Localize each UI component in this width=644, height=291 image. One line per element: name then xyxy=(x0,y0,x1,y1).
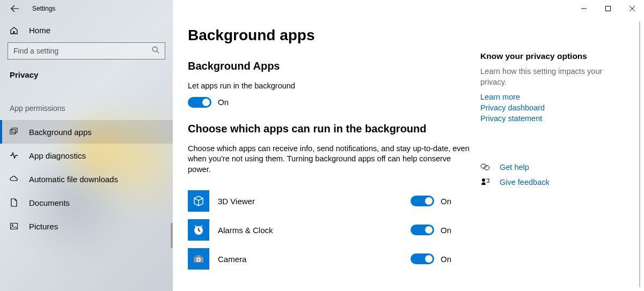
home-button[interactable]: Home xyxy=(0,21,173,39)
window-title: Settings xyxy=(32,5,55,12)
help-icon xyxy=(480,162,492,172)
right-heading: Know your privacy options xyxy=(480,51,614,61)
nav-item-documents[interactable]: Documents xyxy=(0,191,173,214)
svg-point-12 xyxy=(484,166,489,170)
maximize-button[interactable] xyxy=(596,1,620,17)
category-label: Privacy xyxy=(0,66,173,89)
right-desc: Learn how this setting impacts your priv… xyxy=(480,66,614,87)
maximize-icon xyxy=(605,6,611,11)
app-toggle-3d-viewer[interactable] xyxy=(411,196,434,206)
app-toggle-state: On xyxy=(441,255,451,264)
nav-label: Pictures xyxy=(29,222,58,231)
app-toggle-camera[interactable] xyxy=(411,253,434,264)
app-name: 3D Viewer xyxy=(218,197,411,206)
nav-item-auto-downloads[interactable]: Automatic file downloads xyxy=(0,167,173,191)
master-toggle[interactable] xyxy=(188,97,211,108)
page-title: Background apps xyxy=(188,27,470,44)
search-icon xyxy=(152,46,159,56)
svg-point-13 xyxy=(482,178,485,182)
sidebar: Home Privacy App permissions Background … xyxy=(0,0,173,291)
app-name: Camera xyxy=(218,255,411,264)
nav-label: Automatic file downloads xyxy=(29,175,118,184)
clock-icon xyxy=(192,223,205,236)
link-learn-more[interactable]: Learn more xyxy=(480,93,614,101)
app-icon-camera xyxy=(188,248,209,270)
cloud-icon xyxy=(10,175,19,183)
link-get-help[interactable]: Get help xyxy=(500,163,529,171)
svg-rect-8 xyxy=(196,255,201,257)
app-icon-3d-viewer xyxy=(188,190,209,212)
svg-point-11 xyxy=(481,164,486,168)
app-toggle-alarms[interactable] xyxy=(411,225,434,235)
feedback-icon xyxy=(480,177,492,187)
app-toggle-state: On xyxy=(441,226,451,235)
scrollbar[interactable] xyxy=(639,21,640,287)
nav-label: Documents xyxy=(29,198,70,207)
app-toggle-state: On xyxy=(441,197,451,206)
home-label: Home xyxy=(29,26,50,35)
nav-item-app-diagnostics[interactable]: App diagnostics xyxy=(0,144,173,167)
close-icon xyxy=(630,6,635,11)
background-apps-icon xyxy=(10,128,19,136)
link-privacy-dashboard[interactable]: Privacy dashboard xyxy=(480,103,614,112)
link-privacy-statement[interactable]: Privacy statement xyxy=(480,114,614,123)
right-column: Know your privacy options Learn how this… xyxy=(480,27,614,291)
cube-icon xyxy=(192,195,205,207)
svg-point-1 xyxy=(152,47,157,51)
section-desc: Choose which apps can receive info, send… xyxy=(188,144,470,175)
nav-label: App diagnostics xyxy=(29,151,86,160)
svg-rect-3 xyxy=(12,128,17,132)
close-button[interactable] xyxy=(620,1,644,17)
app-row: Camera On xyxy=(188,244,470,273)
arrow-left-icon xyxy=(11,4,19,13)
svg-rect-0 xyxy=(605,6,610,11)
nav-label: Background apps xyxy=(29,128,92,137)
camera-icon xyxy=(192,252,205,265)
nav-item-pictures[interactable]: Pictures xyxy=(0,214,173,238)
link-give-feedback[interactable]: Give feedback xyxy=(500,178,550,186)
app-name: Alarms & Clock xyxy=(218,226,411,235)
section-heading: Background Apps xyxy=(188,60,470,72)
master-toggle-state: On xyxy=(218,98,229,107)
section-heading: Choose which apps can run in the backgro… xyxy=(188,123,470,135)
search-input[interactable] xyxy=(13,47,152,55)
minimize-button[interactable] xyxy=(572,1,596,17)
svg-rect-4 xyxy=(11,223,18,229)
document-icon xyxy=(10,198,19,207)
home-icon xyxy=(10,26,19,35)
app-row: 3D Viewer On xyxy=(188,186,470,215)
content-area: Background apps Background Apps Let apps… xyxy=(173,0,644,291)
back-button[interactable] xyxy=(10,3,20,14)
group-label: App permissions xyxy=(0,89,173,120)
diagnostics-icon xyxy=(10,151,19,160)
app-icon-alarms-clock xyxy=(188,219,209,241)
svg-point-10 xyxy=(197,259,200,261)
search-box[interactable] xyxy=(8,42,165,59)
section-desc: Let apps run in the background xyxy=(188,81,470,92)
app-row: Alarms & Clock On xyxy=(188,215,470,244)
nav-item-background-apps[interactable]: Background apps xyxy=(0,120,173,144)
svg-point-5 xyxy=(12,225,13,226)
svg-rect-2 xyxy=(10,130,16,134)
minimize-icon xyxy=(581,6,587,11)
picture-icon xyxy=(10,222,19,230)
